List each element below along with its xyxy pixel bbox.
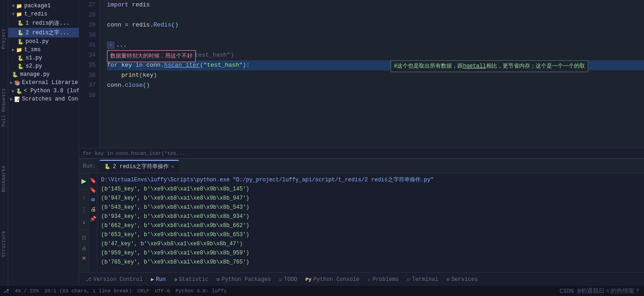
python-console-icon: Py xyxy=(306,277,311,282)
line-num-27: 27 xyxy=(85,0,96,10)
tree-item-manage[interactable]: 🐍 manage.py xyxy=(8,70,79,79)
watermark-text: CSDN @初遇我日々的热情呢？ xyxy=(559,287,640,295)
label-structure[interactable]: Structure xyxy=(1,231,6,258)
run-tab[interactable]: 🐍 2 redis之字符串操作 ✕ xyxy=(100,160,179,172)
bookmark-icon-2: 🔖 xyxy=(90,187,97,194)
toolbar-problems[interactable]: ⚠ Problems xyxy=(364,275,402,284)
bottom-toolbar: ⎇ Version Control ▶ Run ◑ Statistic ⊞ Py… xyxy=(79,272,644,286)
tree-item-t_redis[interactable]: ▼ 📁 t_redis xyxy=(8,10,79,18)
folder-icon-sms: 📁 xyxy=(16,47,22,53)
run-label: Run: xyxy=(83,163,96,169)
toolbar-python-console-label: Python Console xyxy=(313,276,360,283)
tree-item-scratches[interactable]: ▶ 📝 Scratches and Cons... xyxy=(8,95,79,103)
tree-item-redis2[interactable]: 🐍 2 redis之字... xyxy=(8,28,79,37)
status-progress: 4% / 23% xyxy=(15,288,39,294)
toolbar-version-control[interactable]: ⎇ Version Control xyxy=(82,275,146,284)
toolbar-problems-label: Problems xyxy=(372,276,399,283)
editor-area: 27 28 29 30 31 34 35 36 37 38 import red… xyxy=(79,0,644,158)
tree-label: < Python 3.8 (luff... xyxy=(24,88,79,94)
py-icon: 🐍 xyxy=(17,63,24,69)
toolbar-services-label: Services xyxy=(451,276,478,283)
tree-item-pool[interactable]: 🐍 pool.py xyxy=(8,37,79,46)
run-panel-header: Run: 🐍 2 redis之字符串操作 ✕ xyxy=(79,159,644,174)
tree-item-s1[interactable]: 🐍 s1.py xyxy=(8,54,79,62)
code-line-34: -#.res = conn.hgetall("test_hash") 数据量特别… xyxy=(107,50,644,60)
label-bookmarks[interactable]: Bookmarks xyxy=(1,165,6,192)
code-line-31: +... xyxy=(107,40,644,50)
py-icon: 🐍 xyxy=(12,72,18,78)
toolbar-python-console[interactable]: Py Python Console xyxy=(302,275,363,284)
bookmark-icon-3: ⊞ xyxy=(91,196,95,203)
status-bar-left: ⎇ 4% / 23% 35:1 (83 chars, 1 line break)… xyxy=(4,288,227,294)
line-num-31: 31 xyxy=(85,40,96,50)
editor-status-bar: for key in conn.hscan_iter(*tes... xyxy=(79,148,644,158)
status-crlf[interactable]: CRLF xyxy=(137,288,149,294)
toolbar-todo[interactable]: ☑ TODO xyxy=(275,275,301,284)
tree-label: t_redis xyxy=(24,11,47,17)
toolbar-statistic[interactable]: ◑ Statistic xyxy=(170,275,212,284)
tree-label: External Libraries xyxy=(22,79,79,86)
toolbar-services[interactable]: ⚙ Services xyxy=(443,275,481,284)
folder-icon-ext: 📚 xyxy=(14,80,21,86)
tree-item-python38[interactable]: ▶ 🐍 < Python 3.8 (luff... xyxy=(8,87,79,95)
py-icon: 🐍 xyxy=(17,39,24,45)
run-scroll-down-button[interactable]: ↓ xyxy=(80,217,87,226)
py-icon-selected: 🐍 xyxy=(17,30,24,36)
output-line-3: (b'934_key', b'\xe9\xb8\xa1\xe8\x9b\x8b_… xyxy=(101,212,640,221)
toolbar-run-label: Run xyxy=(156,276,166,283)
folder-arrow: ▶ xyxy=(12,47,15,53)
tree-item-redis1[interactable]: 🐍 1 redis的连... xyxy=(8,18,79,28)
tree-label: 2 redis之字... xyxy=(26,29,70,37)
todo-icon: ☑ xyxy=(279,276,282,282)
py-icon: 🐍 xyxy=(17,20,24,26)
tree-item-t_sms[interactable]: ▶ 📁 t_sms xyxy=(8,46,79,54)
run-content: ▶ ↑ ⋮ ↓ ⊡ 🖨 ✕ 🔖 🔖 ⊞ 🖨 📌 xyxy=(79,174,644,272)
toolbar-version-control-label: Version Control xyxy=(93,276,143,283)
folder-icon-orange: 📁 xyxy=(16,11,22,17)
py-folder-icon: 🐍 xyxy=(16,88,22,94)
terminal-icon: ▭ xyxy=(407,276,410,282)
problems-icon: ⚠ xyxy=(368,276,371,282)
status-python-version[interactable]: Python 3.8: luffy xyxy=(176,288,227,294)
run-wrap-button[interactable]: ⊡ xyxy=(80,234,88,242)
tree-label: t_sms xyxy=(24,47,41,53)
toolbar-python-packages[interactable]: ⊞ Python Packages xyxy=(213,275,275,284)
git-icon: ⎇ xyxy=(4,288,9,294)
status-bar-right: CSDN @初遇我日々的热情呢？ xyxy=(559,287,640,295)
run-left-icons: ▶ ↑ ⋮ ↓ ⊡ 🖨 ✕ xyxy=(79,174,89,272)
bookmarks-sidebar: 🔖 🔖 ⊞ 🖨 📌 xyxy=(89,174,97,272)
tree-item-s2[interactable]: 🐍 s2.py xyxy=(8,62,79,70)
run-more-button[interactable]: ⋮ xyxy=(79,205,89,214)
output-line-5: (b'653_key', b'\xe9\xb8\xa1\xe8\x9b\x8b_… xyxy=(101,230,640,239)
status-position: 35:1 (83 chars, 1 line break) xyxy=(44,288,132,294)
line-num-37: 37 xyxy=(85,80,96,90)
label-project[interactable]: Project xyxy=(1,28,6,49)
editor-breadcrumb: for key in conn.hscan_iter(*tes... xyxy=(83,151,185,156)
code-content[interactable]: import redis conn = redis.Redis() +... xyxy=(100,0,644,148)
bookmark-icon-4: 🖨 xyxy=(91,206,96,213)
run-tab-close[interactable]: ✕ xyxy=(171,164,174,169)
tree-item-package1[interactable]: ▼ 📁 package1 xyxy=(8,2,79,10)
run-tab-icon: 🐍 xyxy=(104,164,111,169)
comment-green-box: #这个也是取出所有数据，跟hgetall相比，更节省内存；这个是一个一个的取 xyxy=(391,60,588,72)
run-output[interactable]: D:\VirtualEnvs\luffy\Scripts\python.exe … xyxy=(97,174,644,272)
run-copy-button[interactable]: 🖨 xyxy=(80,244,88,252)
label-pull-requests[interactable]: Pull Requests xyxy=(1,88,6,127)
run-icon: ▶ xyxy=(151,276,154,282)
project-panel: ▼ 📁 package1 ▼ 📁 t_redis 🐍 1 redis的连... … xyxy=(8,0,79,286)
toolbar-statistic-label: Statistic xyxy=(179,276,209,283)
toolbar-terminal[interactable]: ▭ Terminal xyxy=(403,275,442,284)
status-encoding[interactable]: UTF-8 xyxy=(155,288,170,294)
run-scroll-up-button[interactable]: ↑ xyxy=(80,193,87,202)
line-num-36: 36 xyxy=(85,70,96,80)
statistic-icon: ◑ xyxy=(174,276,177,282)
line-num-34: 34 xyxy=(85,50,96,60)
run-clear-button[interactable]: ✕ xyxy=(80,254,88,262)
run-play-button[interactable]: ▶ xyxy=(80,176,88,185)
bookmark-icon-1: 🔖 xyxy=(90,177,97,184)
toolbar-run[interactable]: ▶ Run xyxy=(147,275,169,284)
version-control-icon: ⎇ xyxy=(86,276,91,282)
fold-icon[interactable]: + xyxy=(107,42,114,49)
folder-icon: 📁 xyxy=(16,3,22,9)
tree-item-external[interactable]: ▶ 📚 External Libraries xyxy=(8,79,79,87)
